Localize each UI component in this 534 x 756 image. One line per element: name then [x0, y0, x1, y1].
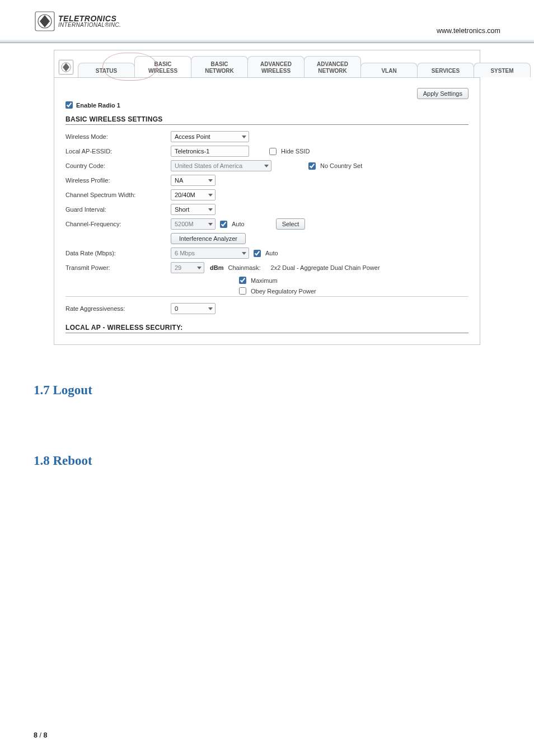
guard-interval-select[interactable]: Short — [171, 204, 216, 215]
rate-aggressiveness-label: Rate Aggressiveness: — [65, 305, 166, 312]
tab-sublabel: NETWORK — [205, 68, 234, 74]
heading-logout: 1.7 Logout — [34, 383, 500, 398]
tab-sublabel: WIRELESS — [148, 68, 177, 74]
chainmask-value: 2x2 Dual - Aggregate Dual Chain Power — [271, 264, 380, 271]
select-value: 0 — [175, 305, 178, 312]
obey-regulatory-label: Obey Regulatory Power — [251, 288, 316, 295]
basic-wireless-settings-title: BASIC WIRELESS SETTINGS — [65, 115, 469, 123]
transmit-power-label: Transmit Power: — [65, 264, 166, 271]
input-value: Teletronics-1 — [175, 148, 209, 155]
guard-interval-label: Guard Interval: — [65, 206, 166, 213]
settings-panel: STATUS BASIC WIRELESS BASIC NETWORK ADVA… — [54, 50, 480, 345]
essid-input[interactable]: Teletronics-1 — [171, 146, 249, 157]
tab-label: ADVANCED — [317, 61, 348, 67]
essid-label: Local AP-ESSID: — [65, 148, 166, 155]
channel-select-button[interactable]: Select — [276, 218, 306, 230]
data-rate-auto-checkbox[interactable] — [254, 250, 261, 257]
chevron-down-icon — [208, 179, 213, 182]
tab-label: SYSTEM — [490, 68, 513, 74]
select-value: 20/40M — [175, 192, 195, 198]
wireless-profile-label: Wireless Profile: — [65, 177, 166, 184]
tab-advanced-wireless[interactable]: ADVANCED WIRELESS — [247, 56, 305, 77]
apply-settings-button[interactable]: Apply Settings — [417, 88, 469, 99]
row-divider — [65, 296, 469, 297]
hide-ssid-label: Hide SSID — [281, 148, 310, 155]
select-value: NA — [175, 177, 183, 184]
interference-analyzer-button[interactable]: Interference Analyzer — [171, 233, 246, 244]
data-rate-auto-label: Auto — [265, 250, 278, 256]
chevron-down-icon — [197, 267, 202, 269]
wireless-security-title: LOCAL AP - WIRELESS SECURITY: — [65, 324, 469, 332]
chevron-down-icon — [208, 223, 213, 226]
tab-label: SERVICES — [432, 68, 460, 74]
tab-basic-wireless[interactable]: BASIC WIRELESS — [134, 56, 191, 77]
chevron-down-icon — [208, 307, 213, 310]
select-value: Access Point — [175, 133, 210, 140]
select-value: United States of America — [175, 162, 242, 169]
hide-ssid-checkbox[interactable] — [269, 148, 277, 155]
chevron-down-icon — [242, 252, 246, 255]
tab-system[interactable]: SYSTEM — [474, 63, 531, 78]
doc-header: TELETRONICS INTERNATIONAL®INC. www.telet… — [34, 6, 500, 37]
data-rate-select[interactable]: 6 Mbps — [171, 248, 249, 259]
wireless-mode-label: Wireless Mode: — [65, 133, 166, 140]
chainmask-label: Chainmask: — [228, 264, 260, 271]
doc-logo: TELETRONICS INTERNATIONAL®INC. — [34, 10, 121, 32]
chevron-down-icon — [208, 194, 213, 197]
page-current: 8 — [34, 731, 38, 739]
data-rate-label: Data Rate (Mbps): — [65, 250, 166, 256]
maximum-label: Maximum — [251, 277, 278, 284]
tab-basic-network[interactable]: BASIC NETWORK — [191, 56, 248, 77]
country-code-select[interactable]: United States of America — [171, 160, 271, 171]
tab-sublabel: NETWORK — [318, 68, 347, 74]
section-divider — [65, 333, 469, 333]
page-number: 8 / 8 — [34, 731, 47, 739]
tab-label: BASIC — [210, 61, 228, 67]
enable-radio-checkbox[interactable] — [65, 101, 73, 109]
channel-freq-auto-checkbox[interactable] — [220, 221, 227, 228]
doc-header-rule — [0, 39, 534, 43]
logo-text-1: TELETRONICS — [58, 15, 121, 22]
rate-aggressiveness-select[interactable]: 0 — [171, 303, 216, 314]
channel-spectrum-width-select[interactable]: 20/40M — [171, 189, 216, 200]
no-country-set-label: No Country Set — [320, 162, 362, 169]
tabs-bar: STATUS BASIC WIRELESS BASIC NETWORK ADVA… — [54, 50, 480, 78]
chevron-down-icon — [208, 208, 213, 211]
channel-frequency-select[interactable]: 5200M — [171, 218, 216, 230]
logo-icon — [34, 10, 56, 32]
maximum-checkbox[interactable] — [239, 277, 246, 284]
tab-label: BASIC — [154, 61, 171, 67]
page-total: 8 — [43, 731, 47, 739]
page-sep: / — [38, 731, 43, 739]
section-divider — [65, 124, 469, 125]
select-value: 29 — [175, 264, 181, 271]
tab-label: ADVANCED — [260, 61, 292, 67]
chevron-down-icon — [264, 165, 269, 167]
wireless-mode-select[interactable]: Access Point — [171, 131, 249, 142]
wireless-profile-select[interactable]: NA — [171, 175, 216, 186]
tab-status[interactable]: STATUS — [78, 63, 135, 78]
select-value: 6 Mbps — [175, 250, 195, 256]
channel-spectrum-width-label: Channel Spectrum Width: — [65, 192, 166, 198]
channel-freq-auto-label: Auto — [232, 221, 245, 227]
tab-label: VLAN — [381, 68, 396, 74]
tabs-logo-icon — [58, 57, 74, 77]
tab-label: STATUS — [96, 68, 118, 74]
dbm-label: dBm — [210, 264, 223, 271]
tab-services[interactable]: SERVICES — [417, 63, 474, 78]
enable-radio-label: Enable Radio 1 — [76, 102, 120, 109]
chevron-down-icon — [242, 136, 246, 138]
obey-regulatory-checkbox[interactable] — [239, 287, 246, 295]
select-value: 5200M — [175, 221, 194, 227]
logo-text-2: INTERNATIONAL®INC. — [58, 22, 121, 28]
transmit-power-select[interactable]: 29 — [171, 262, 204, 273]
tab-vlan[interactable]: VLAN — [360, 63, 418, 78]
no-country-set-checkbox[interactable] — [308, 162, 316, 170]
country-code-label: Country Code: — [65, 162, 166, 169]
select-value: Short — [175, 206, 189, 213]
doc-url: www.teletronics.com — [437, 27, 500, 35]
tab-advanced-network[interactable]: ADVANCED NETWORK — [304, 56, 361, 77]
tab-sublabel: WIRELESS — [261, 68, 291, 74]
channel-frequency-label: Channel-Frequency: — [65, 221, 166, 227]
heading-reboot: 1.8 Reboot — [34, 454, 500, 468]
